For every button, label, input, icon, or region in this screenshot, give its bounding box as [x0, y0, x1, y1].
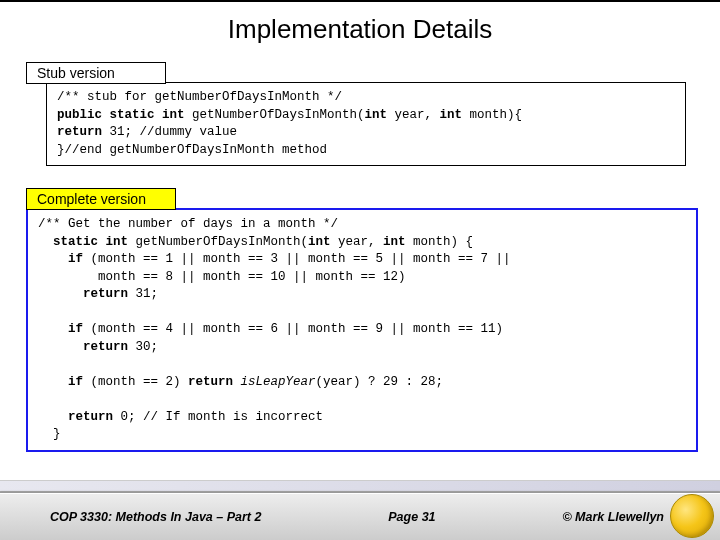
code-keyword: return: [57, 125, 102, 139]
ucf-logo: [670, 494, 714, 538]
code-text: month){: [462, 108, 522, 122]
complete-code-box: /** Get the number of days in a month */…: [26, 208, 698, 452]
code-text: month) {: [406, 235, 474, 249]
footer-page: Page 31: [388, 510, 435, 524]
code-line: /** stub for getNumberOfDaysInMonth */: [57, 90, 342, 104]
code-text: year,: [387, 108, 440, 122]
code-text: }: [53, 427, 61, 441]
code-text: month == 8 || month == 10 || month == 12…: [68, 270, 406, 284]
code-keyword: int: [383, 235, 406, 249]
code-text: getNumberOfDaysInMonth(: [185, 108, 365, 122]
slide-title: Implementation Details: [0, 14, 720, 45]
code-keyword: return: [83, 287, 128, 301]
code-keyword: int: [440, 108, 463, 122]
code-text: (month == 4 || month == 6 || month == 9 …: [83, 322, 503, 336]
code-line: }//end getNumberOfDaysInMonth method: [57, 143, 327, 157]
footer-copyright: © Mark Llewellyn: [562, 510, 664, 524]
code-text: (month == 1 || month == 3 || month == 5 …: [83, 252, 511, 266]
logo-circle-icon: [670, 494, 714, 538]
code-keyword: int: [308, 235, 331, 249]
code-keyword: return: [68, 410, 113, 424]
code-text: (year) ? 29 : 28;: [316, 375, 444, 389]
code-keyword: if: [68, 375, 83, 389]
code-text: isLeapYear: [233, 375, 316, 389]
code-text: (month == 2): [83, 375, 188, 389]
footer-course: COP 3330: Methods In Java – Part 2: [50, 510, 261, 524]
footer-divider: [0, 480, 720, 492]
top-border: [0, 0, 720, 2]
code-keyword: public static int: [57, 108, 185, 122]
code-keyword: return: [83, 340, 128, 354]
code-text: year,: [331, 235, 384, 249]
stub-code-box: /** stub for getNumberOfDaysInMonth */ p…: [46, 82, 686, 166]
code-keyword: int: [365, 108, 388, 122]
code-keyword: if: [68, 252, 83, 266]
complete-version-label: Complete version: [26, 188, 176, 210]
code-keyword: if: [68, 322, 83, 336]
code-text: getNumberOfDaysInMonth(: [128, 235, 308, 249]
code-text: 30;: [128, 340, 158, 354]
slide-footer: COP 3330: Methods In Java – Part 2 Page …: [0, 492, 720, 540]
code-keyword: static int: [53, 235, 128, 249]
code-line: /** Get the number of days in a month */: [38, 217, 338, 231]
code-text: 31; //dummy value: [102, 125, 237, 139]
code-text: 0; // If month is incorrect: [113, 410, 323, 424]
stub-version-label: Stub version: [26, 62, 166, 84]
code-keyword: return: [188, 375, 233, 389]
code-text: 31;: [128, 287, 158, 301]
